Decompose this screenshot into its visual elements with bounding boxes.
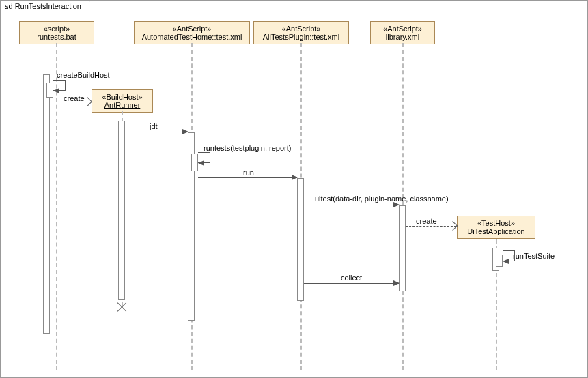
activation-bar: [191, 154, 198, 171]
arrow-head-icon: [503, 259, 509, 264]
activation-bar: [118, 121, 125, 300]
stereotype: «AntScript»: [140, 25, 244, 33]
stereotype: «AntScript»: [376, 25, 429, 33]
arrow-head-icon: [53, 88, 59, 93]
message-label: run: [243, 169, 254, 177]
message-label: create: [416, 217, 437, 225]
lifeline-name: AntRunner: [98, 101, 147, 109]
activation-bar: [399, 205, 406, 291]
sequence-diagram-frame: sd RunTestsInteraction «script» runtests…: [0, 0, 588, 378]
message-label: collect: [341, 274, 362, 282]
arrow-head-icon: [292, 175, 298, 180]
message-label: uitest(data-dir, plugin-name, classname): [315, 194, 449, 203]
lifeline-name: AllTestsPlugin::test.xml: [260, 33, 343, 41]
message-label: createBuildHost: [57, 71, 110, 79]
lifeline-library: «AntScript» library.xml: [370, 21, 435, 44]
arrow-head-icon: [393, 280, 400, 286]
message-arrow: [304, 283, 399, 284]
message-arrow: [304, 205, 399, 205]
stereotype: «BuildHost»: [98, 93, 147, 101]
lifeline-name: UiTestApplication: [463, 227, 529, 235]
stereotype: «AntScript»: [260, 25, 343, 33]
activation-bar: [46, 83, 53, 98]
frame-title-tab: sd RunTestsInteraction: [1, 1, 90, 12]
lifeline-name: library.xml: [376, 33, 429, 41]
lifeline-uitestapplication: «TestHost» UiTestApplication: [457, 216, 535, 239]
lifeline-alltestsplugin: «AntScript» AllTestsPlugin::test.xml: [253, 21, 349, 44]
activation-bar: [297, 178, 304, 301]
message-label: runTestSuite: [513, 252, 555, 260]
open-arrow-head-icon: [448, 221, 458, 231]
lifeline-runtests: «script» runtests.bat: [19, 21, 94, 44]
stereotype: «script»: [25, 25, 88, 33]
arrow-head-icon: [198, 160, 204, 166]
message-arrow: [198, 177, 297, 178]
lifeline-name: AutomatedTestHome::test.xml: [140, 33, 244, 41]
arrow-head-icon: [182, 129, 188, 134]
message-arrow: [125, 132, 188, 132]
lifeline-antrunner: «BuildHost» AntRunner: [92, 89, 153, 113]
frame-title: sd RunTestsInteraction: [5, 2, 81, 10]
arrow-head-icon: [393, 202, 400, 207]
stereotype: «TestHost»: [463, 219, 529, 227]
lifeline-automatedtesthome: «AntScript» AutomatedTestHome::test.xml: [134, 21, 250, 44]
destroy-icon: [117, 302, 127, 312]
message-label: jdt: [150, 122, 158, 130]
message-label: runtests(testplugin, report): [204, 144, 291, 152]
activation-bar: [496, 255, 503, 267]
activation-bar: [43, 74, 50, 334]
lifeline-name: runtests.bat: [25, 33, 88, 41]
